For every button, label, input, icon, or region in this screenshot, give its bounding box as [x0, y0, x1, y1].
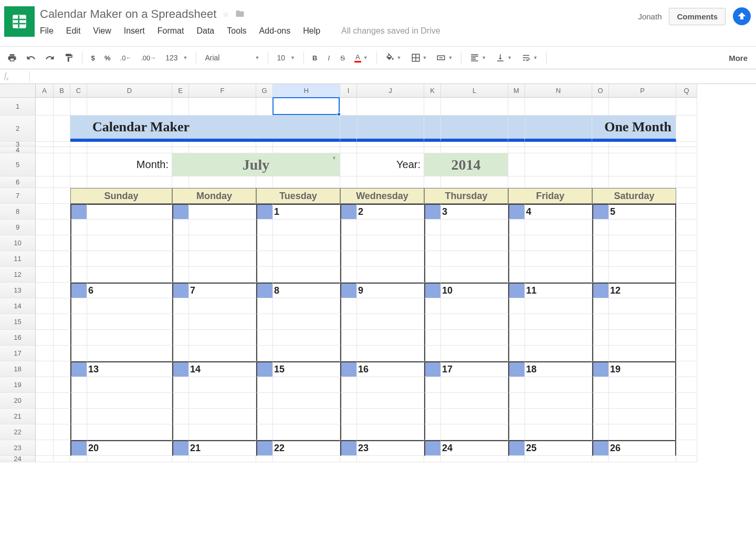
cell[interactable] [87, 98, 172, 116]
cell[interactable] [172, 330, 189, 346]
date-marker[interactable] [424, 440, 441, 456]
col-header-G[interactable]: G [256, 84, 273, 98]
row-header-4[interactable]: 4 [0, 147, 36, 153]
cell[interactable] [525, 176, 592, 188]
cell[interactable] [424, 235, 441, 251]
weekday-header[interactable]: Monday [172, 188, 256, 204]
row-header-13[interactable]: 13 [0, 283, 36, 298]
cell[interactable] [172, 346, 189, 361]
cell[interactable] [172, 98, 189, 116]
cell[interactable] [609, 147, 676, 153]
cell[interactable] [609, 251, 676, 267]
cell[interactable] [172, 267, 189, 283]
cell[interactable] [676, 393, 697, 409]
date-number[interactable] [189, 204, 256, 220]
col-header-N[interactable]: N [525, 84, 592, 98]
cell[interactable] [592, 147, 609, 153]
cell[interactable] [273, 377, 340, 393]
cell[interactable] [70, 298, 87, 314]
cell[interactable] [54, 298, 70, 314]
cell[interactable] [424, 267, 441, 283]
cell[interactable] [592, 346, 609, 361]
date-marker[interactable] [508, 283, 525, 298]
weekday-header[interactable]: Friday [508, 188, 592, 204]
cell[interactable] [70, 142, 87, 147]
date-marker[interactable] [172, 204, 189, 220]
cell[interactable] [508, 235, 525, 251]
date-number[interactable]: 9 [357, 283, 424, 298]
cell[interactable] [340, 409, 357, 424]
cell[interactable] [508, 330, 525, 346]
cell[interactable] [441, 220, 508, 235]
cell[interactable] [273, 393, 340, 409]
row-header-9[interactable]: 9 [0, 220, 36, 235]
menu-format[interactable]: Format [158, 26, 184, 36]
cell[interactable] [676, 176, 697, 188]
cell[interactable] [54, 98, 70, 116]
share-button[interactable] [733, 7, 751, 25]
cell[interactable] [424, 220, 441, 235]
cell[interactable] [340, 377, 357, 393]
cell[interactable] [87, 409, 172, 424]
cell[interactable] [441, 142, 508, 147]
cell[interactable] [508, 346, 525, 361]
cell[interactable] [54, 424, 70, 440]
cell[interactable] [592, 456, 609, 462]
cell[interactable] [36, 204, 54, 220]
cell[interactable] [256, 346, 273, 361]
cell[interactable] [70, 176, 87, 188]
cell[interactable] [357, 409, 424, 424]
menu-data[interactable]: Data [196, 26, 214, 36]
date-marker[interactable] [592, 283, 609, 298]
row-header-11[interactable]: 11 [0, 251, 36, 267]
cell[interactable] [36, 98, 54, 116]
cell[interactable] [357, 251, 424, 267]
cell[interactable] [592, 142, 609, 147]
cell[interactable] [525, 142, 592, 147]
col-header-P[interactable]: P [609, 84, 676, 98]
cell[interactable] [189, 424, 256, 440]
row-header-5[interactable]: 5 [0, 153, 36, 176]
cell[interactable] [70, 235, 87, 251]
cell[interactable] [525, 298, 592, 314]
col-header-M[interactable]: M [508, 84, 525, 98]
date-marker[interactable] [172, 361, 189, 377]
cell[interactable] [70, 456, 87, 462]
cell[interactable] [256, 314, 273, 330]
cell[interactable] [525, 251, 592, 267]
cell[interactable] [36, 176, 54, 188]
cell[interactable] [357, 147, 424, 153]
cell[interactable] [508, 220, 525, 235]
date-marker[interactable] [340, 204, 357, 220]
cell[interactable] [592, 314, 609, 330]
cell[interactable] [357, 298, 424, 314]
cell[interactable] [424, 142, 441, 147]
cell[interactable] [676, 346, 697, 361]
currency-icon[interactable]: $ [87, 52, 99, 64]
vertical-align-icon[interactable]: ▼ [491, 51, 516, 65]
cell[interactable] [87, 330, 172, 346]
cell[interactable] [54, 251, 70, 267]
cell[interactable] [256, 377, 273, 393]
cell[interactable] [609, 153, 676, 176]
cell[interactable] [340, 346, 357, 361]
cell[interactable] [70, 346, 87, 361]
cell[interactable] [357, 424, 424, 440]
cell[interactable] [609, 267, 676, 283]
cell[interactable] [525, 220, 592, 235]
formula-bar[interactable]: fx [0, 69, 756, 84]
cell[interactable] [172, 393, 189, 409]
cell[interactable] [508, 153, 525, 176]
cell[interactable] [54, 440, 70, 456]
cell[interactable] [273, 220, 340, 235]
cell[interactable] [424, 346, 441, 361]
cell[interactable] [273, 330, 340, 346]
cell[interactable] [70, 153, 87, 176]
date-marker[interactable] [424, 204, 441, 220]
cell[interactable] [189, 220, 256, 235]
cell[interactable] [441, 298, 508, 314]
cell[interactable] [172, 176, 189, 188]
cell[interactable] [609, 393, 676, 409]
cell[interactable] [256, 393, 273, 409]
cell[interactable] [256, 424, 273, 440]
